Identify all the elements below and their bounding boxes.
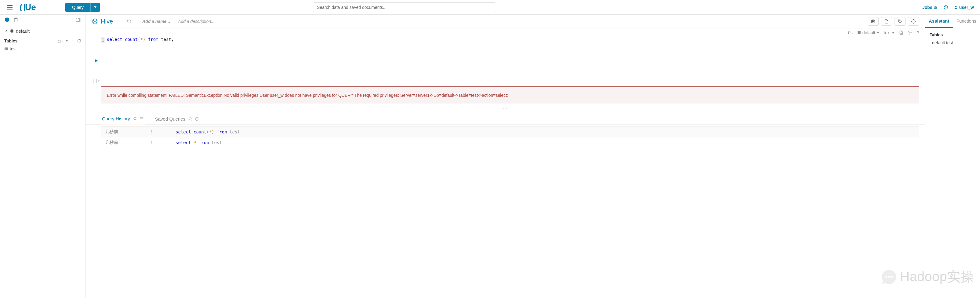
user-label: user_w — [959, 5, 974, 10]
tag-button[interactable] — [894, 17, 905, 25]
svg-text:Ue: Ue — [25, 3, 36, 11]
svg-marker-36 — [95, 59, 98, 62]
chevron-down-icon — [877, 31, 880, 34]
file-icon — [885, 19, 889, 24]
history-time: 几秒前 — [105, 140, 133, 145]
history-row[interactable]: 几秒前 ! select * from test — [101, 137, 919, 148]
description-input[interactable]: Add a description... — [178, 19, 215, 24]
user-menu[interactable]: user_w — [954, 5, 974, 10]
main-layout: default Tables (1) test Hive Add a name.… — [0, 15, 980, 298]
svg-line-39 — [135, 120, 137, 120]
sidebar-top — [0, 15, 85, 25]
query-button[interactable]: Query — [65, 3, 91, 12]
editor-header: Hive Add a name... Add a description... — [86, 15, 925, 29]
editor-gutter — [92, 37, 101, 83]
tag-icon — [898, 19, 902, 24]
svg-marker-6 — [94, 6, 97, 8]
resize-handle[interactable]: ••• — [86, 107, 925, 111]
tables-header: Tables (1) — [0, 37, 85, 45]
jobs-label: Jobs — [922, 5, 932, 10]
history-icon — [943, 5, 948, 10]
database-icon — [857, 30, 861, 35]
refresh-icon[interactable] — [77, 39, 81, 43]
left-sidebar: default Tables (1) test — [0, 15, 86, 298]
assistant-table-item[interactable]: default.test — [930, 40, 976, 46]
history-query: select * from test — [175, 140, 222, 145]
gear-icon[interactable] — [908, 30, 912, 35]
hive-icon — [92, 18, 98, 25]
search-input[interactable] — [313, 2, 496, 12]
history-status: ! — [151, 129, 157, 134]
tab-assistant[interactable]: Assistant — [925, 15, 953, 28]
breadcrumb[interactable]: default — [0, 25, 85, 37]
plus-icon[interactable] — [71, 39, 75, 43]
svg-point-10 — [936, 7, 936, 7]
svg-point-8 — [935, 6, 935, 6]
svg-rect-23 — [5, 48, 8, 50]
new-button[interactable] — [881, 17, 892, 25]
tables-label: Tables — [4, 38, 18, 43]
undo-icon[interactable] — [127, 19, 131, 24]
calendar-icon[interactable] — [140, 116, 143, 121]
search-icon[interactable] — [188, 117, 192, 121]
svg-point-44 — [189, 118, 191, 120]
assistant-panel: Tables default.test — [925, 28, 980, 50]
name-input[interactable]: Add a name... — [142, 19, 170, 24]
svg-point-28 — [899, 20, 899, 21]
assistant-tables-label: Tables — [930, 32, 976, 37]
settings-button[interactable] — [908, 17, 919, 25]
line-number: 1 — [101, 37, 105, 43]
history-status: ! — [151, 140, 157, 145]
database-selector[interactable]: default — [857, 30, 880, 35]
svg-point-12 — [934, 8, 935, 8]
history-row[interactable]: 几秒前 ! select count(*) from test — [101, 126, 919, 137]
refresh-icon[interactable] — [195, 117, 199, 121]
right-sidebar: Assistant Functions Tables default.test — [925, 15, 980, 298]
database-icon — [10, 29, 14, 33]
documents-icon[interactable] — [13, 17, 19, 22]
topbar: (|Ue Query Jobs user_w — [0, 0, 980, 15]
sql-editor[interactable]: 1 select count(*) from test; — [101, 37, 919, 83]
book-icon[interactable] — [92, 78, 100, 83]
folder-icon[interactable] — [75, 17, 81, 22]
svg-point-38 — [134, 117, 136, 120]
topbar-right: Jobs user_w — [922, 5, 974, 10]
hue-logo[interactable]: (|Ue — [19, 3, 50, 11]
tab-functions[interactable]: Functions — [953, 15, 980, 28]
table-item[interactable]: test — [0, 45, 85, 53]
save-button[interactable] — [868, 17, 879, 25]
svg-marker-32 — [892, 32, 894, 33]
svg-line-14 — [946, 7, 947, 8]
svg-point-29 — [913, 21, 914, 22]
svg-rect-40 — [140, 118, 143, 120]
svg-text:(: ( — [19, 3, 22, 11]
play-button[interactable] — [94, 58, 99, 63]
chevron-down-icon — [892, 31, 895, 34]
gear-icon — [911, 19, 916, 24]
engine-label[interactable]: Hive — [92, 18, 113, 25]
history-query: select count(*) from test — [175, 129, 240, 134]
tab-saved-queries[interactable]: Saved Queries — [154, 113, 200, 124]
query-button-group: Query — [65, 3, 100, 12]
save-icon — [871, 19, 875, 24]
tab-query-history[interactable]: Query History — [101, 113, 145, 124]
breadcrumb-label: default — [16, 29, 30, 33]
filter-icon[interactable] — [65, 39, 69, 43]
search-icon[interactable] — [133, 116, 137, 121]
duration-label: 0s — [848, 30, 853, 35]
document-icon[interactable] — [899, 30, 904, 35]
tables-count: (1) — [58, 39, 63, 43]
svg-marker-20 — [66, 40, 68, 43]
engine-name: Hive — [101, 18, 113, 25]
help-icon[interactable]: ? — [916, 30, 919, 35]
result-tabs: Query History Saved Queries — [86, 111, 925, 124]
database-source-icon[interactable] — [4, 17, 10, 22]
query-dropdown-button[interactable] — [91, 3, 100, 12]
editor-toolbar: 0s default text ? — [86, 29, 925, 37]
jobs-link[interactable]: Jobs — [922, 5, 938, 10]
history-time: 几秒前 — [105, 129, 133, 135]
format-selector[interactable]: text — [884, 30, 895, 35]
history-link[interactable] — [943, 5, 948, 10]
svg-point-15 — [955, 6, 956, 7]
hamburger-icon[interactable] — [6, 4, 13, 11]
